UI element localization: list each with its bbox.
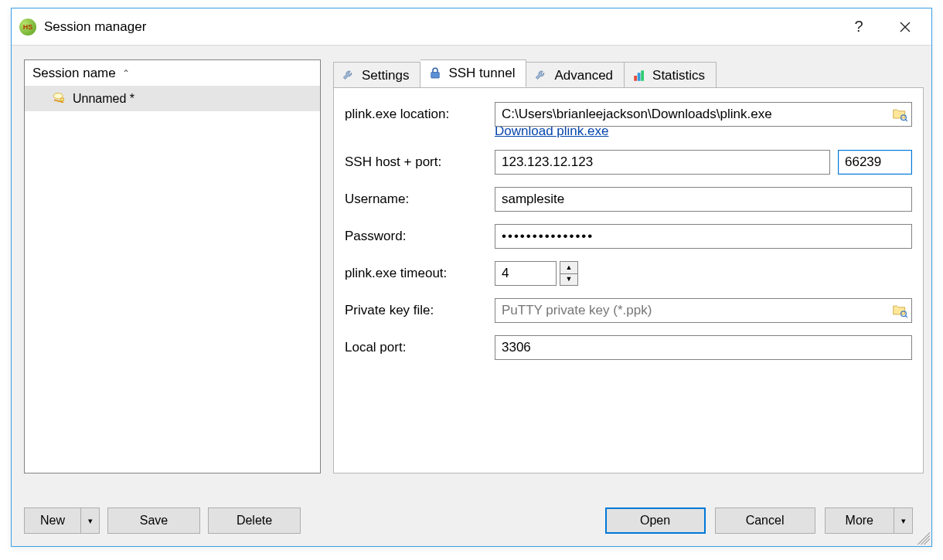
client-area: Session name ⌃ Unnamed * Settings SSH tu… xyxy=(12,46,931,546)
save-button[interactable]: Save xyxy=(107,507,200,534)
delete-button[interactable]: Delete xyxy=(208,507,301,534)
tab-ssh-tunnel-label: SSH tunnel xyxy=(448,66,515,81)
ssh-port-input[interactable] xyxy=(838,150,912,175)
delete-button-label: Delete xyxy=(237,514,272,528)
cancel-button[interactable]: Cancel xyxy=(715,507,815,534)
folder-search-icon xyxy=(892,107,907,122)
timeout-spin-up[interactable]: ▲ xyxy=(560,261,578,274)
local-port-label: Local port: xyxy=(345,340,495,355)
timeout-spinner[interactable]: ▲ ▼ xyxy=(495,261,578,286)
tab-advanced[interactable]: Advanced xyxy=(526,62,625,88)
private-key-input[interactable]: PuTTY private key (*.ppk) xyxy=(495,298,912,323)
more-button-label: More xyxy=(826,508,894,533)
titlebar: Session manager ? xyxy=(12,8,931,46)
svg-rect-3 xyxy=(634,76,637,81)
plink-location-label: plink.exe location: xyxy=(345,107,495,122)
tab-settings-label: Settings xyxy=(362,68,409,83)
password-input[interactable] xyxy=(495,224,912,249)
session-row[interactable]: Unnamed * xyxy=(25,87,320,111)
open-button-label: Open xyxy=(640,514,670,528)
timeout-input[interactable] xyxy=(495,261,557,286)
wrench-icon xyxy=(342,69,356,83)
local-port-input[interactable] xyxy=(495,335,912,360)
private-key-label: Private key file: xyxy=(345,303,495,318)
more-button[interactable]: More ▾ xyxy=(825,507,913,534)
window-title: Session manager xyxy=(44,19,146,35)
session-manager-window: Session manager ? Session name ⌃ Unnamed… xyxy=(11,8,932,547)
svg-point-1 xyxy=(60,98,64,102)
svg-rect-5 xyxy=(641,70,644,81)
folder-search-icon xyxy=(892,303,907,318)
ssh-host-input[interactable] xyxy=(495,150,830,175)
session-button-row: New ▾ Save Delete xyxy=(24,507,301,534)
timeout-label: plink.exe timeout: xyxy=(345,266,495,281)
close-icon xyxy=(900,22,911,32)
sessions-panel: Session name ⌃ Unnamed * xyxy=(24,59,321,473)
tab-statistics-label: Statistics xyxy=(652,68,705,83)
tabstrip: Settings SSH tunnel Advanced Statistics xyxy=(333,59,924,87)
save-button-label: Save xyxy=(140,514,168,528)
browse-private-key-button[interactable] xyxy=(890,300,910,321)
open-button[interactable]: Open xyxy=(605,507,706,534)
new-button[interactable]: New ▾ xyxy=(24,507,100,534)
lock-icon xyxy=(428,66,442,80)
username-input[interactable] xyxy=(495,187,912,212)
app-icon xyxy=(19,19,36,36)
cancel-button-label: Cancel xyxy=(746,514,785,528)
tab-settings[interactable]: Settings xyxy=(333,62,420,88)
bar-chart-icon xyxy=(632,69,646,83)
tab-statistics[interactable]: Statistics xyxy=(625,62,717,88)
sessions-header-label: Session name xyxy=(32,66,116,81)
password-label: Password: xyxy=(345,229,495,244)
more-button-dropdown[interactable]: ▾ xyxy=(894,508,912,533)
sessions-header[interactable]: Session name ⌃ xyxy=(25,60,320,87)
new-button-dropdown[interactable]: ▾ xyxy=(80,508,99,533)
ssh-host-label: SSH host + port: xyxy=(345,154,495,170)
svg-rect-4 xyxy=(638,73,641,81)
tab-ssh-tunnel[interactable]: SSH tunnel xyxy=(420,59,526,87)
session-row-label: Unnamed * xyxy=(73,92,134,106)
tab-container: Settings SSH tunnel Advanced Statistics xyxy=(333,59,924,473)
dialog-button-row: Open Cancel More ▾ xyxy=(605,507,913,534)
plink-location-input[interactable]: C:\Users\brianleejackson\Downloads\plink… xyxy=(495,102,912,127)
help-button[interactable]: ? xyxy=(836,12,882,42)
plink-location-value: C:\Users\brianleejackson\Downloads\plink… xyxy=(502,107,772,122)
wrench-icon xyxy=(534,69,548,83)
svg-rect-2 xyxy=(431,73,440,79)
resize-grip[interactable] xyxy=(917,532,930,545)
username-label: Username: xyxy=(345,192,495,207)
session-icon xyxy=(51,91,66,107)
private-key-placeholder: PuTTY private key (*.ppk) xyxy=(502,303,652,318)
close-button[interactable] xyxy=(882,12,928,42)
browse-plink-button[interactable] xyxy=(890,104,910,124)
new-button-label: New xyxy=(25,508,80,533)
sort-ascending-icon: ⌃ xyxy=(122,68,130,79)
tab-advanced-label: Advanced xyxy=(554,68,613,83)
ssh-tunnel-tab-content: plink.exe location: C:\Users\brianleejac… xyxy=(333,87,924,473)
timeout-spin-down[interactable]: ▼ xyxy=(560,274,578,287)
